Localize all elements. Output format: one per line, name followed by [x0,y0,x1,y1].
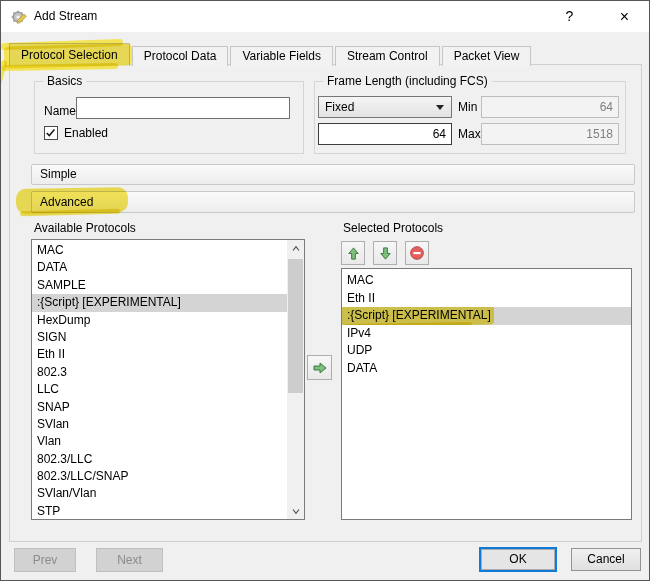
available-protocols-label: Available Protocols [34,221,136,235]
selected-protocols-rows: MAC Eth II :{Script} [EXPERIMENTAL] IPv4… [342,269,631,519]
frame-length-value-input[interactable] [318,123,452,145]
list-item-selected[interactable]: :{Script} [EXPERIMENTAL] [32,294,287,311]
tab-label: Variable Fields [242,49,320,63]
list-item[interactable]: MAC [32,242,287,259]
arrow-right-icon [312,360,328,376]
enabled-label: Enabled [64,126,108,140]
list-item[interactable]: UDP [342,342,631,360]
tab-protocol-data[interactable]: Protocol Data [132,46,229,66]
tab-label: Stream Control [347,49,428,63]
help-button[interactable]: ? [547,1,592,32]
add-stream-dialog: Add Stream ? × Protocol Selection Protoc… [0,0,650,581]
min-input[interactable] [481,96,619,118]
remove-minus-icon [409,245,425,261]
available-protocols-rows: MAC DATA SAMPLE :{Script} [EXPERIMENTAL]… [32,240,287,519]
list-item[interactable]: Eth II [32,346,287,363]
list-item[interactable]: MAC [342,272,631,290]
available-protocols-list[interactable]: MAC DATA SAMPLE :{Script} [EXPERIMENTAL]… [31,239,305,520]
list-item[interactable]: HexDump [32,312,287,329]
highlighter-mark [20,209,120,217]
tab-label: Protocol Data [144,49,217,63]
next-button[interactable]: Next [96,548,163,572]
enabled-checkbox[interactable] [44,126,58,140]
basics-group-title: Basics [43,74,86,88]
list-item[interactable]: DATA [32,259,287,276]
scroll-thumb[interactable] [288,259,303,393]
title-bar: Add Stream ? × [1,1,649,32]
list-item[interactable]: Eth II [342,290,631,308]
list-item[interactable]: STP [32,503,287,520]
tab-stream-control[interactable]: Stream Control [335,46,440,66]
list-item[interactable]: SVlan [32,416,287,433]
selected-protocols-label: Selected Protocols [343,221,443,235]
remove-protocol-button[interactable] [405,241,429,265]
frame-mode-value: Fixed [325,97,354,117]
highlighter-mark [0,60,8,89]
min-label: Min [458,96,477,118]
scroll-up-icon[interactable] [287,240,304,257]
move-up-button[interactable] [341,241,365,265]
ok-button[interactable]: OK [479,547,557,572]
close-button[interactable]: × [602,1,647,32]
max-label: Max [458,123,481,145]
protocol-selection-pane: Basics Name Enabled Frame Length (includ… [9,64,642,542]
arrow-down-icon [378,246,393,261]
prev-button[interactable]: Prev [14,548,76,572]
list-item[interactable]: LLC [32,381,287,398]
frame-length-group: Frame Length (including FCS) Fixed Min M… [314,81,626,154]
move-down-button[interactable] [373,241,397,265]
section-simple[interactable]: Simple [31,164,635,185]
stream-gear-icon [10,8,27,25]
tab-variable-fields[interactable]: Variable Fields [230,46,332,66]
name-label: Name [44,100,76,122]
scrollbar[interactable] [287,240,304,519]
basics-group: Basics Name Enabled [34,81,304,154]
max-input[interactable] [481,123,619,145]
list-item[interactable]: SNAP [32,399,287,416]
list-item-selected[interactable]: :{Script} [EXPERIMENTAL] [342,307,631,325]
ok-button-label: OK [481,549,555,570]
scroll-down-icon[interactable] [287,502,304,519]
selected-protocols-list[interactable]: MAC Eth II :{Script} [EXPERIMENTAL] IPv4… [341,268,632,520]
list-item[interactable]: SIGN [32,329,287,346]
tab-protocol-selection[interactable]: Protocol Selection [9,43,130,66]
list-item[interactable]: DATA [342,360,631,378]
section-simple-label: Simple [40,167,77,181]
list-item[interactable]: 802.3 [32,364,287,381]
cancel-button[interactable]: Cancel [571,548,641,571]
tab-label: Protocol Selection [21,48,118,62]
name-input[interactable] [76,97,290,119]
list-item[interactable]: SAMPLE [32,277,287,294]
arrow-up-icon [346,246,361,261]
list-item[interactable]: SVlan/Vlan [32,485,287,502]
tab-bar: Protocol Selection Protocol Data Variabl… [9,43,533,66]
checkmark-icon [45,127,57,139]
tab-label: Packet View [454,49,520,63]
window-title: Add Stream [34,1,97,32]
list-item-label: :{Script} [EXPERIMENTAL] [347,308,491,322]
section-advanced-label: Advanced [40,195,93,209]
list-item[interactable]: 802.3/LLC [32,451,287,468]
frame-mode-select[interactable]: Fixed [318,96,452,118]
section-advanced[interactable]: Advanced [31,191,635,213]
list-item[interactable]: Vlan [32,433,287,450]
list-item[interactable]: 802.3/LLC/SNAP [32,468,287,485]
add-protocol-button[interactable] [307,355,332,380]
frame-length-group-title: Frame Length (including FCS) [323,74,492,88]
tab-packet-view[interactable]: Packet View [442,46,532,66]
dropdown-arrow-icon [436,105,444,110]
list-item[interactable]: IPv4 [342,325,631,343]
